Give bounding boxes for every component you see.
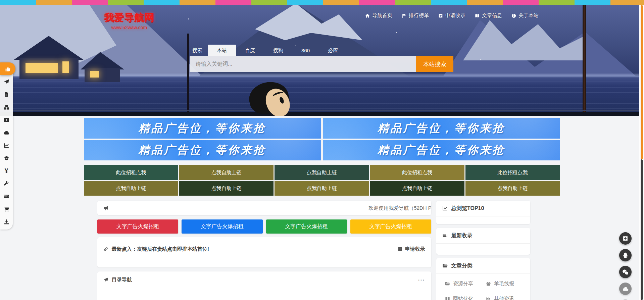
apply-inclusion-link[interactable]: 申请收录 [398, 246, 425, 252]
search-tab-sogou[interactable]: 搜狗 [264, 45, 292, 56]
qq-icon [622, 252, 629, 258]
home-icon [365, 13, 370, 18]
latest-included-title: 最新收录 [451, 232, 473, 239]
text-ad-button[interactable]: 文字广告火爆招租 [350, 219, 431, 234]
scrollbar-thumb[interactable] [641, 5, 643, 159]
search-tab-bing[interactable]: 必应 [319, 45, 347, 56]
floating-buttons [619, 232, 632, 300]
wechat-icon [622, 269, 629, 275]
float-cloud-button[interactable] [619, 283, 632, 295]
plus-square-icon [398, 247, 402, 251]
banner-ad[interactable]: 精品广告位，等你来抢 [84, 140, 321, 160]
main-column: 欢迎使用我爱导航（52DH Pro 文字广告火爆招租 文字广告火爆招租 文字广告… [97, 201, 431, 300]
scrollbar-track [641, 159, 643, 300]
search-tab-local[interactable]: 本站 [208, 45, 236, 56]
dock-video-button[interactable] [0, 113, 13, 126]
wrench-icon [4, 181, 9, 186]
search-label: 搜索 [190, 45, 208, 56]
sidebar-column: 总浏览TOP10 最新收录 文章分类 资源分享 羊毛线报 [436, 201, 530, 300]
text-ad-button[interactable]: 文字广告火爆招租 [97, 219, 178, 234]
nav-item-about[interactable]: 关于本站 [511, 12, 539, 19]
cartoon-character [249, 80, 296, 116]
latest-included-card: 最新收录 [436, 228, 530, 255]
cloud-icon [4, 130, 9, 136]
graduation-cap-icon [4, 155, 9, 161]
dock-file-button[interactable] [0, 88, 13, 101]
paper-plane-icon [103, 277, 108, 282]
folder-open-icon [445, 281, 450, 286]
site-url: www.52waw.com [101, 25, 158, 30]
category-deals[interactable]: 羊毛线报 [486, 277, 527, 287]
search-button[interactable]: 本站搜索 [416, 56, 453, 72]
flag-icon [402, 13, 406, 18]
text-ad-button[interactable]: 文字广告火爆招租 [266, 219, 347, 234]
dock-download-button[interactable] [0, 215, 13, 228]
cart-icon [4, 206, 9, 212]
banner-ads: 精品广告位，等你来抢 精品广告位，等你来抢 精品广告位，等你来抢 精品广告位，等… [84, 118, 560, 160]
paper-plane-icon [4, 79, 9, 85]
banner-ad[interactable]: 精品广告位，等你来抢 [323, 140, 560, 160]
link-rental-button[interactable]: 点我自助上链 [84, 181, 178, 196]
latest-links-text: 最新点入：友链后在贵站点击即排本站首位! [112, 246, 209, 252]
category-resources[interactable]: 资源分享 [445, 277, 486, 287]
category-seo[interactable]: 网站优化 [445, 292, 486, 300]
dock-tools-button[interactable] [0, 177, 13, 190]
link-rental-button[interactable]: 此位招租点我 [370, 165, 464, 180]
download-icon [4, 219, 9, 225]
text-ad-row: 文字广告火爆招租 文字广告火爆招租 文字广告火爆招租 文字广告火爆招租 [97, 219, 431, 234]
search-box: 搜索 本站 百度 搜狗 360 必应 本站搜索 [190, 45, 453, 72]
float-add-button[interactable] [619, 232, 632, 245]
dock-cubes-button[interactable] [0, 101, 13, 113]
banner-ad[interactable]: 精品广告位，等你来抢 [84, 118, 321, 139]
link-rental-button[interactable]: 点我自助上链 [275, 165, 369, 180]
book-icon [445, 296, 450, 300]
categories-title: 文章分类 [451, 262, 473, 269]
site-logo[interactable]: 我爱导航网 www.52waw.com [101, 11, 158, 30]
link-rental-grid: 此位招租点我 点我自助上链 点我自助上链 此位招租点我 此位招租点我 点我自助上… [84, 165, 560, 196]
category-news[interactable]: 其他资讯 [486, 292, 527, 300]
scrollbar[interactable] [639, 5, 644, 300]
announcement-text: 欢迎使用我爱导航（52DH Pro [368, 205, 431, 211]
hero-fence [0, 112, 639, 116]
link-rental-button[interactable]: 点我自助上链 [465, 181, 560, 196]
float-qq-button[interactable] [619, 249, 632, 261]
newspaper-icon [442, 233, 448, 238]
float-wechat-button[interactable] [619, 266, 632, 278]
dock-keyboard-button[interactable] [0, 190, 13, 203]
hero-header: 我爱导航网 www.52waw.com 导航首页 排行榜单 申请收录 文章信息 … [0, 5, 639, 116]
search-input[interactable] [190, 56, 416, 72]
dock-paid-button[interactable]: ¥ [0, 164, 13, 177]
categories-card: 文章分类 资源分享 羊毛线报 网站优化 其他资讯 [436, 258, 530, 300]
left-dock: ¥ [0, 62, 13, 230]
search-tab-baidu[interactable]: 百度 [236, 45, 264, 56]
top10-card: 总浏览TOP10 [436, 201, 530, 224]
cubes-icon [4, 104, 9, 110]
link-rental-button[interactable]: 此位招租点我 [465, 165, 560, 180]
plus-square-icon [438, 13, 443, 18]
link-rental-button[interactable]: 点我自助上链 [179, 165, 274, 180]
dock-send-button[interactable] [0, 75, 13, 88]
nav-item-home[interactable]: 导航首页 [365, 12, 392, 19]
top-color-stripe [0, 0, 644, 5]
dock-cloud-button[interactable] [0, 126, 13, 139]
text-ad-button[interactable]: 文字广告火爆招租 [182, 219, 262, 234]
link-rental-button[interactable]: 点我自助上链 [370, 181, 464, 196]
dock-chart-button[interactable] [0, 139, 13, 152]
megaphone-icon [103, 205, 109, 211]
folder-open-icon [442, 263, 448, 268]
top-navigation: 导航首页 排行榜单 申请收录 文章信息 关于本站 [365, 12, 539, 19]
video-play-icon [4, 117, 9, 123]
link-rental-button[interactable]: 点我自助上链 [275, 181, 369, 196]
dock-edu-button[interactable] [0, 152, 13, 164]
link-rental-button[interactable]: 此位招租点我 [84, 165, 178, 180]
dock-thumbs-up-button[interactable] [0, 62, 15, 75]
dock-shop-button[interactable] [0, 203, 13, 215]
search-tab-360[interactable]: 360 [292, 45, 319, 56]
link-rental-button[interactable]: 点我自助上链 [179, 181, 274, 196]
banner-ad[interactable]: 精品广告位，等你来抢 [323, 118, 560, 139]
nav-item-rankings[interactable]: 排行榜单 [402, 12, 429, 19]
plus-square-icon [623, 236, 628, 241]
forward-icon [486, 296, 491, 300]
nav-item-articles[interactable]: 文章信息 [475, 12, 502, 19]
nav-item-submit[interactable]: 申请收录 [438, 12, 465, 19]
